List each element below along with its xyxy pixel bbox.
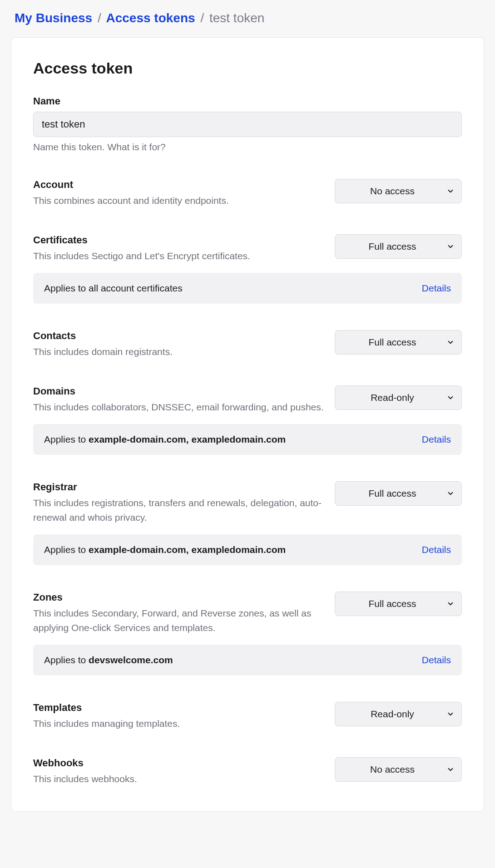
section-templates: Templates This includes managing templat… bbox=[33, 702, 462, 731]
section-domains: Domains This includes collaborators, DNS… bbox=[33, 385, 462, 455]
webhooks-access-select[interactable]: No access bbox=[335, 757, 462, 782]
domains-applies-card: Applies to example-domain.com, exampledo… bbox=[33, 424, 462, 455]
templates-access-select[interactable]: Read-only bbox=[335, 702, 462, 726]
registrar-access-select[interactable]: Full access bbox=[335, 481, 462, 506]
registrar-applies-text: Applies to example-domain.com, exampledo… bbox=[44, 544, 286, 555]
section-zones: Zones This includes Secondary, Forward, … bbox=[33, 592, 462, 676]
domains-desc: This includes collaborators, DNSSEC, ema… bbox=[33, 400, 324, 414]
breadcrumb-separator: / bbox=[200, 11, 204, 25]
domains-applies-text: Applies to example-domain.com, exampledo… bbox=[44, 434, 286, 445]
section-webhooks: Webhooks This includes webhooks. No acce… bbox=[33, 757, 462, 786]
breadcrumb: My Business / Access tokens / test token bbox=[15, 11, 484, 25]
zones-access-select[interactable]: Full access bbox=[335, 592, 462, 616]
templates-desc: This includes managing templates. bbox=[33, 716, 324, 731]
account-desc: This combines account and identity endpo… bbox=[33, 193, 324, 208]
section-contacts: Contacts This includes domain registrant… bbox=[33, 330, 462, 359]
registrar-details-link[interactable]: Details bbox=[422, 544, 451, 555]
name-help-text: Name this token. What is it for? bbox=[33, 142, 462, 153]
page-title: Access token bbox=[33, 59, 462, 77]
certificates-applies-text: Applies to all account certificates bbox=[44, 283, 183, 294]
name-input[interactable] bbox=[33, 112, 462, 137]
webhooks-title: Webhooks bbox=[33, 757, 324, 769]
contacts-title: Contacts bbox=[33, 330, 324, 342]
breadcrumb-root[interactable]: My Business bbox=[15, 11, 92, 25]
zones-applies-text: Applies to devswelcome.com bbox=[44, 655, 173, 666]
domains-details-link[interactable]: Details bbox=[422, 434, 451, 445]
templates-title: Templates bbox=[33, 702, 324, 714]
zones-applies-card: Applies to devswelcome.com Details bbox=[33, 645, 462, 676]
section-certificates: Certificates This includes Sectigo and L… bbox=[33, 234, 462, 304]
zones-title: Zones bbox=[33, 592, 324, 603]
contacts-access-select[interactable]: Full access bbox=[335, 330, 462, 355]
registrar-applies-card: Applies to example-domain.com, exampledo… bbox=[33, 534, 462, 565]
contacts-desc: This includes domain registrants. bbox=[33, 345, 324, 359]
domains-title: Domains bbox=[33, 385, 324, 397]
section-registrar: Registrar This includes registrations, t… bbox=[33, 481, 462, 565]
certificates-access-select[interactable]: Full access bbox=[335, 234, 462, 259]
domains-access-select[interactable]: Read-only bbox=[335, 385, 462, 410]
registrar-title: Registrar bbox=[33, 481, 324, 493]
breadcrumb-separator: / bbox=[98, 11, 101, 25]
certificates-applies-card: Applies to all account certificates Deta… bbox=[33, 273, 462, 304]
account-access-select[interactable]: No access bbox=[335, 179, 462, 203]
section-account: Account This combines account and identi… bbox=[33, 179, 462, 208]
account-title: Account bbox=[33, 179, 324, 191]
registrar-desc: This includes registrations, transfers a… bbox=[33, 496, 324, 524]
zones-desc: This includes Secondary, Forward, and Re… bbox=[33, 606, 324, 635]
access-token-card: Access token Name Name this token. What … bbox=[11, 37, 484, 812]
zones-details-link[interactable]: Details bbox=[422, 655, 451, 666]
certificates-title: Certificates bbox=[33, 234, 324, 246]
breadcrumb-access-tokens[interactable]: Access tokens bbox=[106, 11, 195, 25]
certificates-desc: This includes Sectigo and Let's Encrypt … bbox=[33, 249, 324, 263]
webhooks-desc: This includes webhooks. bbox=[33, 772, 324, 786]
breadcrumb-current: test token bbox=[209, 11, 264, 25]
name-label: Name bbox=[33, 95, 462, 107]
certificates-details-link[interactable]: Details bbox=[422, 283, 451, 294]
